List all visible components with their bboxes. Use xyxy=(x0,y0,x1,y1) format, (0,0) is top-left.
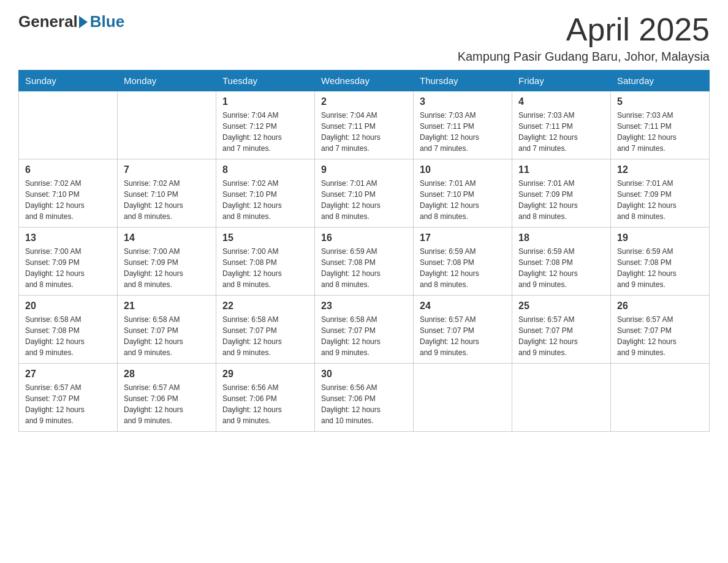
day-info: Sunrise: 7:00 AM Sunset: 7:08 PM Dayligh… xyxy=(222,246,308,290)
day-info: Sunrise: 7:04 AM Sunset: 7:11 PM Dayligh… xyxy=(321,110,407,154)
day-info: Sunrise: 6:59 AM Sunset: 7:08 PM Dayligh… xyxy=(617,246,703,290)
logo-blue-part: Blue xyxy=(78,12,124,31)
day-number: 2 xyxy=(321,96,407,107)
day-info: Sunrise: 6:58 AM Sunset: 7:08 PM Dayligh… xyxy=(25,314,111,358)
day-info: Sunrise: 7:01 AM Sunset: 7:10 PM Dayligh… xyxy=(420,178,506,222)
day-info: Sunrise: 7:01 AM Sunset: 7:10 PM Dayligh… xyxy=(321,178,407,222)
calendar-cell: 5Sunrise: 7:03 AM Sunset: 7:11 PM Daylig… xyxy=(611,91,710,159)
logo: General Blue xyxy=(18,12,124,31)
weekday-header-tuesday: Tuesday xyxy=(216,71,315,91)
calendar-cell: 2Sunrise: 7:04 AM Sunset: 7:11 PM Daylig… xyxy=(315,91,414,159)
calendar-cell: 16Sunrise: 6:59 AM Sunset: 7:08 PM Dayli… xyxy=(315,228,414,296)
day-number: 11 xyxy=(518,164,604,175)
calendar-cell: 4Sunrise: 7:03 AM Sunset: 7:11 PM Daylig… xyxy=(512,91,611,159)
day-info: Sunrise: 6:58 AM Sunset: 7:07 PM Dayligh… xyxy=(222,314,308,358)
logo-blue-text: Blue xyxy=(90,12,124,31)
day-number: 4 xyxy=(518,96,604,107)
calendar-cell: 7Sunrise: 7:02 AM Sunset: 7:10 PM Daylig… xyxy=(118,159,216,228)
day-number: 27 xyxy=(25,369,111,380)
day-info: Sunrise: 6:59 AM Sunset: 7:08 PM Dayligh… xyxy=(518,246,604,290)
day-number: 24 xyxy=(420,301,506,312)
day-number: 6 xyxy=(25,164,111,175)
calendar-cell xyxy=(512,364,611,432)
calendar-cell: 24Sunrise: 6:57 AM Sunset: 7:07 PM Dayli… xyxy=(414,296,512,364)
day-info: Sunrise: 6:58 AM Sunset: 7:07 PM Dayligh… xyxy=(321,314,407,358)
day-number: 23 xyxy=(321,301,407,312)
calendar-table: SundayMondayTuesdayWednesdayThursdayFrid… xyxy=(18,70,710,432)
weekday-header-sunday: Sunday xyxy=(19,71,118,91)
calendar-cell: 12Sunrise: 7:01 AM Sunset: 7:09 PM Dayli… xyxy=(611,159,710,228)
day-info: Sunrise: 7:01 AM Sunset: 7:09 PM Dayligh… xyxy=(617,178,703,222)
calendar-cell: 10Sunrise: 7:01 AM Sunset: 7:10 PM Dayli… xyxy=(414,159,512,228)
day-info: Sunrise: 7:04 AM Sunset: 7:12 PM Dayligh… xyxy=(222,110,308,154)
day-info: Sunrise: 6:59 AM Sunset: 7:08 PM Dayligh… xyxy=(321,246,407,290)
day-number: 26 xyxy=(617,301,703,312)
calendar-cell: 20Sunrise: 6:58 AM Sunset: 7:08 PM Dayli… xyxy=(19,296,118,364)
title-area: April 2025 Kampung Pasir Gudang Baru, Jo… xyxy=(458,12,710,64)
day-info: Sunrise: 6:58 AM Sunset: 7:07 PM Dayligh… xyxy=(124,314,210,358)
day-info: Sunrise: 7:03 AM Sunset: 7:11 PM Dayligh… xyxy=(617,110,703,154)
calendar-cell: 23Sunrise: 6:58 AM Sunset: 7:07 PM Dayli… xyxy=(315,296,414,364)
calendar-cell: 26Sunrise: 6:57 AM Sunset: 7:07 PM Dayli… xyxy=(611,296,710,364)
calendar-cell: 8Sunrise: 7:02 AM Sunset: 7:10 PM Daylig… xyxy=(216,159,315,228)
location-title: Kampung Pasir Gudang Baru, Johor, Malays… xyxy=(458,50,710,64)
day-number: 15 xyxy=(222,232,308,243)
day-number: 25 xyxy=(518,301,604,312)
day-info: Sunrise: 6:57 AM Sunset: 7:07 PM Dayligh… xyxy=(617,314,703,358)
weekday-header-row: SundayMondayTuesdayWednesdayThursdayFrid… xyxy=(19,71,710,91)
day-info: Sunrise: 6:56 AM Sunset: 7:06 PM Dayligh… xyxy=(321,382,407,426)
page-header: General Blue April 2025 Kampung Pasir Gu… xyxy=(18,12,710,64)
calendar-week-1: 1Sunrise: 7:04 AM Sunset: 7:12 PM Daylig… xyxy=(19,91,710,159)
day-info: Sunrise: 6:57 AM Sunset: 7:06 PM Dayligh… xyxy=(124,382,210,426)
calendar-cell: 13Sunrise: 7:00 AM Sunset: 7:09 PM Dayli… xyxy=(19,228,118,296)
calendar-cell xyxy=(19,91,118,159)
day-number: 22 xyxy=(222,301,308,312)
calendar-cell: 28Sunrise: 6:57 AM Sunset: 7:06 PM Dayli… xyxy=(118,364,216,432)
day-number: 17 xyxy=(420,232,506,243)
calendar-cell: 18Sunrise: 6:59 AM Sunset: 7:08 PM Dayli… xyxy=(512,228,611,296)
day-number: 9 xyxy=(321,164,407,175)
calendar-cell: 21Sunrise: 6:58 AM Sunset: 7:07 PM Dayli… xyxy=(118,296,216,364)
day-number: 3 xyxy=(420,96,506,107)
calendar-cell: 30Sunrise: 6:56 AM Sunset: 7:06 PM Dayli… xyxy=(315,364,414,432)
calendar-cell: 29Sunrise: 6:56 AM Sunset: 7:06 PM Dayli… xyxy=(216,364,315,432)
calendar-cell: 6Sunrise: 7:02 AM Sunset: 7:10 PM Daylig… xyxy=(19,159,118,228)
weekday-header-saturday: Saturday xyxy=(611,71,710,91)
day-info: Sunrise: 6:56 AM Sunset: 7:06 PM Dayligh… xyxy=(222,382,308,426)
day-number: 28 xyxy=(124,369,210,380)
day-info: Sunrise: 7:00 AM Sunset: 7:09 PM Dayligh… xyxy=(124,246,210,290)
calendar-cell: 17Sunrise: 6:59 AM Sunset: 7:08 PM Dayli… xyxy=(414,228,512,296)
day-info: Sunrise: 6:59 AM Sunset: 7:08 PM Dayligh… xyxy=(420,246,506,290)
calendar-cell xyxy=(414,364,512,432)
day-info: Sunrise: 6:57 AM Sunset: 7:07 PM Dayligh… xyxy=(420,314,506,358)
logo-arrow-icon xyxy=(79,16,88,28)
day-number: 10 xyxy=(420,164,506,175)
day-number: 5 xyxy=(617,96,703,107)
calendar-week-4: 20Sunrise: 6:58 AM Sunset: 7:08 PM Dayli… xyxy=(19,296,710,364)
calendar-week-3: 13Sunrise: 7:00 AM Sunset: 7:09 PM Dayli… xyxy=(19,228,710,296)
weekday-header-wednesday: Wednesday xyxy=(315,71,414,91)
day-number: 16 xyxy=(321,232,407,243)
day-number: 1 xyxy=(222,96,308,107)
weekday-header-friday: Friday xyxy=(512,71,611,91)
calendar-cell: 19Sunrise: 6:59 AM Sunset: 7:08 PM Dayli… xyxy=(611,228,710,296)
day-number: 18 xyxy=(518,232,604,243)
day-number: 20 xyxy=(25,301,111,312)
day-info: Sunrise: 7:02 AM Sunset: 7:10 PM Dayligh… xyxy=(25,178,111,222)
day-info: Sunrise: 7:02 AM Sunset: 7:10 PM Dayligh… xyxy=(222,178,308,222)
day-info: Sunrise: 7:03 AM Sunset: 7:11 PM Dayligh… xyxy=(420,110,506,154)
calendar-cell: 27Sunrise: 6:57 AM Sunset: 7:07 PM Dayli… xyxy=(19,364,118,432)
day-info: Sunrise: 7:02 AM Sunset: 7:10 PM Dayligh… xyxy=(124,178,210,222)
calendar-cell xyxy=(118,91,216,159)
weekday-header-thursday: Thursday xyxy=(414,71,512,91)
logo-general-text: General xyxy=(18,12,78,31)
calendar-cell: 9Sunrise: 7:01 AM Sunset: 7:10 PM Daylig… xyxy=(315,159,414,228)
day-number: 21 xyxy=(124,301,210,312)
calendar-cell: 15Sunrise: 7:00 AM Sunset: 7:08 PM Dayli… xyxy=(216,228,315,296)
month-title: April 2025 xyxy=(458,12,710,47)
calendar-week-5: 27Sunrise: 6:57 AM Sunset: 7:07 PM Dayli… xyxy=(19,364,710,432)
calendar-cell: 11Sunrise: 7:01 AM Sunset: 7:09 PM Dayli… xyxy=(512,159,611,228)
day-info: Sunrise: 7:01 AM Sunset: 7:09 PM Dayligh… xyxy=(518,178,604,222)
day-number: 19 xyxy=(617,232,703,243)
day-info: Sunrise: 6:57 AM Sunset: 7:07 PM Dayligh… xyxy=(25,382,111,426)
